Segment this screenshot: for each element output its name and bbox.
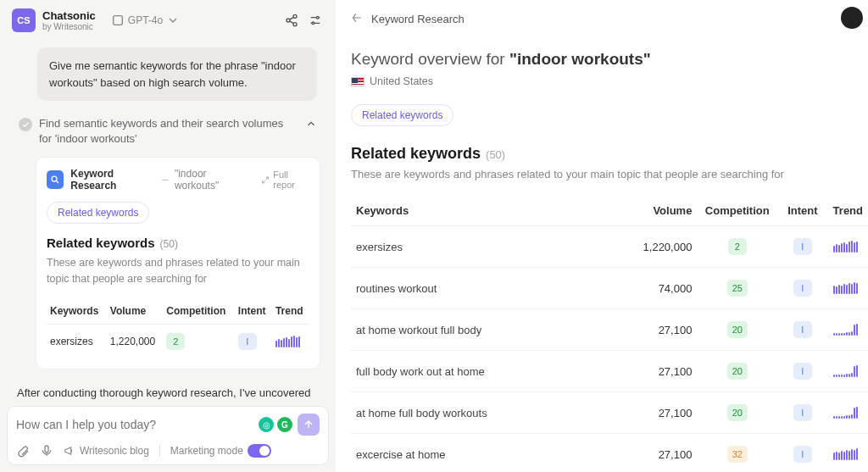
col-keywords[interactable]: Keywords [351,196,621,226]
competition-badge: 25 [727,280,748,297]
model-selector[interactable]: GPT-4o [111,14,180,27]
intent-badge: I [793,238,812,255]
svg-point-6 [52,176,57,181]
mini-keyword-table: Keywords Volume Competition Intent Trend… [47,298,309,358]
grammar-icon[interactable]: G [277,417,292,432]
model-icon [111,14,125,27]
left-header: CS Chatsonic by Writesonic GPT-4o [0,0,336,41]
table-row[interactable]: routines workout74,00025I [351,268,868,309]
competition-badge: 2 [728,238,747,255]
composer: ◎ G Writesonic blog Marketing mode [7,406,329,465]
competition-badge: 20 [727,321,748,338]
intent-badge: I [793,446,812,463]
col-competition[interactable]: Competition [697,196,777,226]
table-row[interactable]: exersizes1,220,0002I [351,226,868,268]
trend-sparkline [833,365,863,377]
related-keywords-title: Related keywords (50) [47,236,309,250]
trend-sparkline [833,282,863,294]
svg-rect-0 [114,16,123,25]
agent-step: Find semantic keywords and their search … [7,113,329,153]
breadcrumb: Keyword Research [351,12,868,26]
intent-badge: I [793,404,812,421]
related-keywords-desc: These are keywords and phrases related t… [47,255,309,286]
card-title: Keyword Research [70,168,155,192]
related-keywords-subtext: These are keywords and phrases related t… [351,168,868,180]
competition-badge: 2 [166,333,185,350]
competition-badge: 20 [727,404,748,421]
model-label: GPT-4o [128,14,163,26]
assistant-summary: After conducting thorough keyword resear… [7,378,329,399]
col-trend[interactable]: Trend [828,196,868,226]
svg-point-2 [287,19,290,22]
keyword-table: Keywords Volume Competition Intent Trend… [351,196,868,472]
addon-icon-1[interactable]: ◎ [259,417,274,432]
flag-us-icon [351,77,364,86]
col-competition: Competition [163,298,235,325]
sliders-icon [309,14,322,27]
related-keywords-chip-main[interactable]: Related keywords [351,104,453,126]
trend-sparkline [275,336,306,347]
col-volume: Volume [107,298,164,325]
table-row[interactable]: exersizes 1,220,000 2 I [47,324,309,358]
table-row[interactable]: full body work out at home27,10020I [351,351,868,392]
table-row[interactable]: at home workout full body27,10020I [351,309,868,351]
check-icon [19,118,32,131]
input-addons: ◎ G [259,417,292,432]
send-button[interactable] [298,414,320,436]
trend-sparkline [833,241,863,253]
chat-input[interactable] [16,418,259,431]
intent-badge: I [793,363,812,380]
intent-badge: I [793,280,812,297]
svg-point-3 [293,23,297,26]
table-row[interactable]: excercise at home27,10032I [351,434,868,473]
app-logo: CS [12,8,36,32]
app-name: Chatsonic [42,9,96,22]
intent-badge: I [238,333,257,350]
page-title: Keyword overview for "indoor workouts" [351,50,868,69]
col-intent: Intent [235,298,272,325]
back-button[interactable] [351,12,363,26]
settings-button[interactable] [307,12,324,29]
app-subtitle: by Writesonic [42,22,96,31]
breadcrumb-label: Keyword Research [371,13,465,25]
user-message: Give me semantic keywords for the phrase… [37,47,317,101]
attachment-icon[interactable] [16,444,30,458]
avatar[interactable] [841,7,863,29]
svg-point-4 [316,16,319,19]
blog-link[interactable]: Writesonic blog [64,445,149,457]
intent-badge: I [793,321,812,338]
arrow-back-icon [351,12,363,24]
related-keywords-chip[interactable]: Related keywords [47,202,149,224]
keyword-card: Keyword Research – "indoor workouts" Ful… [36,157,320,369]
chevron-up-icon [305,118,317,130]
competition-badge: 20 [727,363,748,380]
trend-sparkline [833,407,863,419]
table-row[interactable]: at home full body workouts27,10020I [351,392,868,434]
col-intent[interactable]: Intent [777,196,828,226]
related-keywords-heading: Related keywords (50) [351,145,868,163]
collapse-step-button[interactable] [305,116,317,132]
col-keywords: Keywords [47,298,107,325]
competition-badge: 32 [727,446,748,463]
col-volume[interactable]: Volume [621,196,697,226]
svg-rect-7 [45,446,48,453]
arrow-up-icon [303,419,314,430]
mic-icon[interactable] [40,444,53,458]
card-query: "indoor workouts" [175,168,248,192]
full-report-link[interactable]: Full repor [261,169,309,190]
expand-icon [261,175,270,185]
share-button[interactable] [283,12,300,29]
brand: Chatsonic by Writesonic [42,9,96,31]
trend-sparkline [833,448,863,460]
keyword-research-icon [47,170,64,189]
trend-sparkline [833,324,863,336]
step-text: Find semantic keywords and their search … [39,116,298,147]
svg-point-1 [293,14,297,18]
marketing-mode-toggle[interactable] [248,444,271,458]
marketing-mode: Marketing mode [170,444,271,458]
col-trend: Trend [272,298,309,325]
megaphone-icon [64,445,75,457]
chevron-down-icon [166,14,180,27]
share-icon [285,14,298,27]
svg-point-5 [312,22,314,25]
